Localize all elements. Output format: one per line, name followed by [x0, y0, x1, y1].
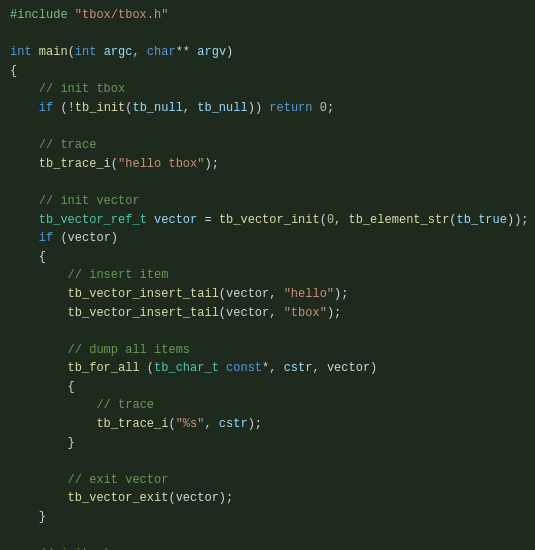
code-line: [10, 25, 525, 44]
code-editor: #include "tbox/tbox.h" int main(int argc…: [0, 0, 535, 550]
code-line: #include "tbox/tbox.h": [10, 6, 525, 25]
code-line: tb_vector_insert_tail(vector, "hello");: [10, 285, 525, 304]
code-line: [10, 118, 525, 137]
code-line: // exit vector: [10, 471, 525, 490]
code-line: if (vector): [10, 229, 525, 248]
code-line: [10, 527, 525, 546]
code-line: [10, 452, 525, 471]
code-line: tb_vector_ref_t vector = tb_vector_init(…: [10, 211, 525, 230]
code-line: [10, 173, 525, 192]
code-line: if (!tb_init(tb_null, tb_null)) return 0…: [10, 99, 525, 118]
code-line: {: [10, 248, 525, 267]
code-line: {: [10, 62, 525, 81]
code-line: tb_for_all (tb_char_t const*, cstr, vect…: [10, 359, 525, 378]
code-line: tb_vector_exit(vector);: [10, 489, 525, 508]
code-line: // init stream: [10, 545, 525, 550]
code-line: // init tbox: [10, 80, 525, 99]
code-line: int main(int argc, char** argv): [10, 43, 525, 62]
code-line: tb_vector_insert_tail(vector, "tbox");: [10, 304, 525, 323]
code-line: // trace: [10, 136, 525, 155]
code-line: tb_trace_i("%s", cstr);: [10, 415, 525, 434]
code-line: }: [10, 508, 525, 527]
code-line: // dump all items: [10, 341, 525, 360]
code-line: }: [10, 434, 525, 453]
code-line: tb_trace_i("hello tbox");: [10, 155, 525, 174]
code-line: {: [10, 378, 525, 397]
code-line: // init vector: [10, 192, 525, 211]
code-line: // trace: [10, 396, 525, 415]
code-line: [10, 322, 525, 341]
code-line: // insert item: [10, 266, 525, 285]
